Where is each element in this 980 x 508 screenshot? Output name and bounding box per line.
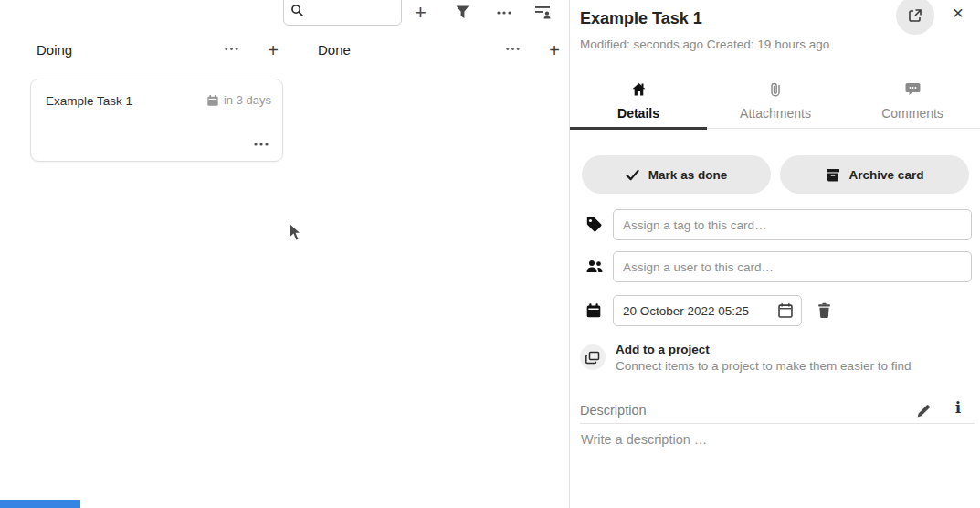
description-placeholder[interactable]: Write a description … [581, 432, 707, 447]
description-header: Description i [570, 398, 980, 423]
tab-attachments-label: Attachments [740, 106, 811, 121]
description-label: Description [580, 403, 647, 418]
card-title: Example Task 1 [46, 94, 132, 108]
detail-tabs: Details Attachments Comments [570, 76, 980, 129]
archive-icon [826, 168, 840, 182]
board-menu-button[interactable] [496, 7, 516, 27]
task-card[interactable]: Example Task 1 in 3 days [30, 79, 283, 162]
sort-by-user-button[interactable] [534, 5, 554, 25]
mouse-cursor [289, 222, 303, 244]
search-icon [290, 4, 304, 17]
card-due-badge: in 3 days [206, 93, 271, 107]
mark-as-done-button[interactable]: Mark as done [582, 155, 771, 194]
calendar-picker-icon[interactable] [777, 302, 794, 319]
add-to-project-subtitle: Connect items to a project to make them … [616, 359, 911, 373]
assign-tag-input[interactable] [613, 209, 972, 240]
add-column-button[interactable]: + [415, 4, 435, 24]
column-done-menu-button[interactable] [505, 44, 523, 62]
project-icon [580, 344, 606, 370]
column-done-add-card-button[interactable]: + [545, 42, 564, 60]
paperclip-icon [769, 81, 782, 97]
check-icon [626, 169, 639, 181]
column-title-doing: Doing [37, 42, 72, 58]
column-doing-menu-button[interactable] [224, 44, 242, 62]
mark-as-done-label: Mark as done [648, 168, 727, 182]
assign-user-input[interactable] [613, 251, 972, 282]
archive-card-label: Archive card [849, 168, 924, 182]
description-info-button[interactable]: i [951, 398, 965, 417]
more-options-icon [496, 7, 512, 18]
more-options-icon [253, 139, 269, 150]
users-icon [585, 259, 604, 274]
tab-details[interactable]: Details [570, 76, 707, 128]
open-external-button[interactable] [896, 0, 934, 35]
filter-icon [455, 5, 470, 20]
tab-attachments[interactable]: Attachments [707, 76, 844, 128]
more-options-icon [224, 44, 239, 54]
tab-comments-label: Comments [881, 106, 943, 121]
home-icon [631, 81, 647, 97]
due-date-field[interactable]: 20 October 2022 05:25 [613, 295, 802, 326]
pencil-icon [916, 403, 932, 418]
card-detail-panel: Example Task 1 Modified: seconds ago Cre… [569, 0, 980, 508]
tag-icon [585, 216, 603, 233]
due-date-row: 20 October 2022 05:25 [570, 295, 980, 326]
panel-meta: Modified: seconds ago Created: 19 hours … [580, 37, 829, 51]
column-doing-add-card-button[interactable]: + [264, 42, 282, 60]
bottom-progress-indicator [0, 500, 80, 508]
tab-details-label: Details [617, 106, 659, 121]
user-row [570, 251, 980, 282]
search-box[interactable] [283, 0, 402, 26]
panel-title: Example Task 1 [580, 9, 702, 28]
edit-description-button[interactable] [915, 402, 932, 418]
due-date-value: 20 October 2022 05:25 [623, 304, 777, 318]
archive-card-button[interactable]: Archive card [780, 155, 969, 194]
card-due-text: in 3 days [224, 93, 271, 107]
remove-due-date-button[interactable] [815, 302, 833, 320]
sort-list-person-icon [534, 5, 552, 20]
description-separator [580, 423, 975, 424]
calendar-icon [585, 302, 602, 319]
add-to-project-row[interactable]: Add to a project Connect items to a proj… [570, 340, 980, 376]
close-panel-button[interactable]: × [947, 2, 969, 24]
add-to-project-title: Add to a project [616, 343, 710, 356]
column-title-done: Done [318, 42, 351, 58]
filter-button[interactable] [455, 5, 475, 25]
external-link-icon [908, 8, 922, 23]
trash-icon [817, 302, 832, 319]
search-input[interactable] [304, 0, 391, 21]
more-options-icon [505, 44, 521, 54]
tab-comments[interactable]: Comments [844, 76, 980, 128]
tag-row [570, 209, 980, 240]
kanban-board: + Doing + Done + Example Task 1 in 3 day… [0, 0, 569, 508]
card-actions: Mark as done Archive card [582, 155, 969, 194]
calendar-icon [206, 94, 219, 107]
comment-icon [905, 81, 921, 97]
card-menu-button[interactable] [253, 139, 271, 152]
